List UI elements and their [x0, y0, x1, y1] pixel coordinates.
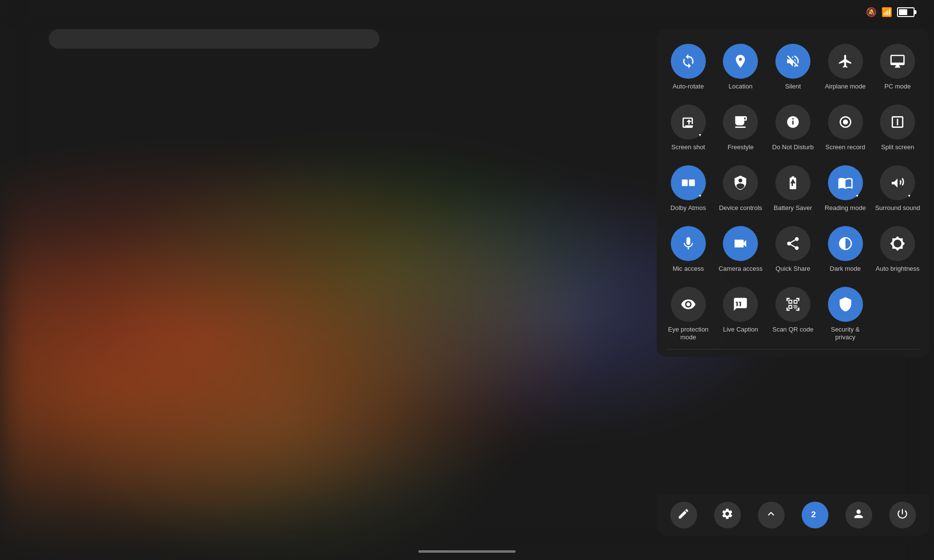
qs-icon-location [723, 44, 758, 79]
quick-settings-panel: Auto-rotate Location Silent Airplane mod… [657, 29, 929, 357]
edit-icon [677, 508, 690, 523]
qs-icon-screenshot [671, 105, 706, 140]
qs-icon-dark-mode [828, 226, 863, 261]
qs-tile-location[interactable]: Location [717, 39, 765, 96]
qs-tile-auto-rotate[interactable]: Auto-rotate [664, 39, 713, 96]
qs-label-silent: Silent [785, 83, 801, 91]
bottom-btn-back[interactable] [758, 502, 785, 528]
qs-tile-airplane[interactable]: Airplane mode [821, 39, 870, 96]
qs-icon-screen-record [828, 105, 863, 140]
bottom-btn-profile[interactable] [845, 502, 872, 528]
qs-label-dolby-atmos: Dolby Atmos [670, 204, 706, 212]
back-icon [765, 508, 777, 523]
qs-tile-pc-mode[interactable]: PC mode [873, 39, 922, 96]
notification-panel [49, 29, 379, 49]
qs-icon-eye-protection [671, 287, 706, 322]
status-bar: 🔕 📶 [0, 0, 934, 24]
bottom-btn-power[interactable] [889, 502, 916, 528]
qs-icon-pc-mode [880, 44, 915, 79]
qs-tile-surround-sound[interactable]: Surround sound [873, 160, 922, 217]
qs-icon-silent [775, 44, 810, 79]
qs-icon-airplane [828, 44, 863, 79]
wifi-icon: 📶 [881, 7, 892, 18]
qs-label-camera-access: Camera access [718, 265, 762, 273]
qs-label-quick-share: Quick Share [775, 265, 810, 273]
users-icon: 2 [808, 508, 821, 523]
qs-tile-device-controls[interactable]: Device controls [717, 160, 765, 217]
bottom-btn-settings[interactable] [714, 502, 741, 528]
svg-rect-3 [689, 179, 695, 186]
qs-tile-eye-protection[interactable]: Eye protection mode [664, 282, 713, 347]
qs-label-security-privacy: Security & privacy [822, 326, 869, 342]
qs-tile-quick-share[interactable]: Quick Share [769, 221, 817, 278]
power-icon [896, 508, 909, 523]
battery-icon [897, 7, 915, 17]
qs-label-reading-mode: Reading mode [825, 204, 866, 212]
bottom-btn-edit[interactable] [670, 502, 697, 528]
qs-tile-empty [873, 282, 922, 347]
bottom-btn-users[interactable]: 2 [802, 502, 828, 528]
qs-tile-silent[interactable]: Silent [769, 39, 817, 96]
qs-tile-scan-qr[interactable]: Scan QR code [769, 282, 817, 347]
qs-tile-camera-access[interactable]: Camera access [717, 221, 765, 278]
qs-icon-quick-share [775, 226, 810, 261]
settings-icon [721, 508, 734, 523]
bottom-bar: 2 [657, 494, 929, 536]
qs-label-live-caption: Live Caption [723, 326, 758, 334]
qs-label-scan-qr: Scan QR code [772, 326, 814, 334]
qs-icon-reading-mode [828, 165, 863, 200]
qs-label-location: Location [729, 83, 753, 91]
qs-icon-mic-access [671, 226, 706, 261]
svg-point-1 [843, 120, 848, 125]
qs-icon-auto-rotate [671, 44, 706, 79]
status-icons: 🔕 📶 [866, 7, 919, 18]
qs-tile-reading-mode[interactable]: Reading mode [821, 160, 870, 217]
qs-label-device-controls: Device controls [719, 204, 762, 212]
qs-icon-security-privacy [828, 287, 863, 322]
qs-icon-do-not-disturb [775, 105, 810, 140]
mute-icon: 🔕 [866, 7, 877, 18]
qs-icon-device-controls [723, 165, 758, 200]
qs-tile-live-caption[interactable]: Live Caption [717, 282, 765, 347]
qs-icon-battery-saver [775, 165, 810, 200]
qs-label-do-not-disturb: Do Not Disturb [772, 143, 813, 152]
qs-icon-surround-sound [880, 165, 915, 200]
svg-text:2: 2 [811, 509, 816, 519]
qs-label-split-screen: Split screen [881, 143, 914, 152]
qs-label-screen-record: Screen record [826, 143, 865, 152]
qs-icon-freestyle [723, 105, 758, 140]
qs-icon-scan-qr [775, 287, 810, 322]
qs-label-pc-mode: PC mode [884, 83, 911, 91]
qs-label-auto-rotate: Auto-rotate [673, 83, 704, 91]
qs-label-surround-sound: Surround sound [875, 204, 920, 212]
qs-label-battery-saver: Battery Saver [774, 204, 812, 212]
qs-tile-screen-record[interactable]: Screen record [821, 100, 870, 157]
qs-label-eye-protection: Eye protection mode [665, 326, 712, 342]
qs-tile-freestyle[interactable]: Freestyle [717, 100, 765, 157]
qs-tile-battery-saver[interactable]: Battery Saver [769, 160, 817, 217]
qs-tile-screenshot[interactable]: Screen shot [664, 100, 713, 157]
qs-label-freestyle: Freestyle [728, 143, 754, 152]
qs-tile-security-privacy[interactable]: Security & privacy [821, 282, 870, 347]
profile-icon [852, 508, 865, 523]
qs-label-screenshot: Screen shot [671, 143, 705, 152]
qs-tile-dolby-atmos[interactable]: Dolby Atmos [664, 160, 713, 217]
qs-label-airplane: Airplane mode [825, 83, 866, 91]
qs-divider [666, 349, 919, 350]
qs-tile-mic-access[interactable]: Mic access [664, 221, 713, 278]
qs-label-auto-brightness: Auto brightness [876, 265, 919, 273]
qs-tile-dark-mode[interactable]: Dark mode [821, 221, 870, 278]
qs-tile-split-screen[interactable]: Split screen [873, 100, 922, 157]
qs-label-dark-mode: Dark mode [830, 265, 861, 273]
qs-tile-auto-brightness[interactable]: Auto brightness [873, 221, 922, 278]
qs-icon-camera-access [723, 226, 758, 261]
qs-icon-split-screen [880, 105, 915, 140]
home-indicator [418, 550, 516, 553]
qs-icon-live-caption [723, 287, 758, 322]
qs-label-mic-access: Mic access [673, 265, 704, 273]
svg-rect-2 [682, 179, 687, 186]
qs-icon-dolby-atmos [671, 165, 706, 200]
qs-tile-do-not-disturb[interactable]: Do Not Disturb [769, 100, 817, 157]
qs-grid: Auto-rotate Location Silent Airplane mod… [662, 39, 924, 347]
qs-icon-auto-brightness [880, 226, 915, 261]
